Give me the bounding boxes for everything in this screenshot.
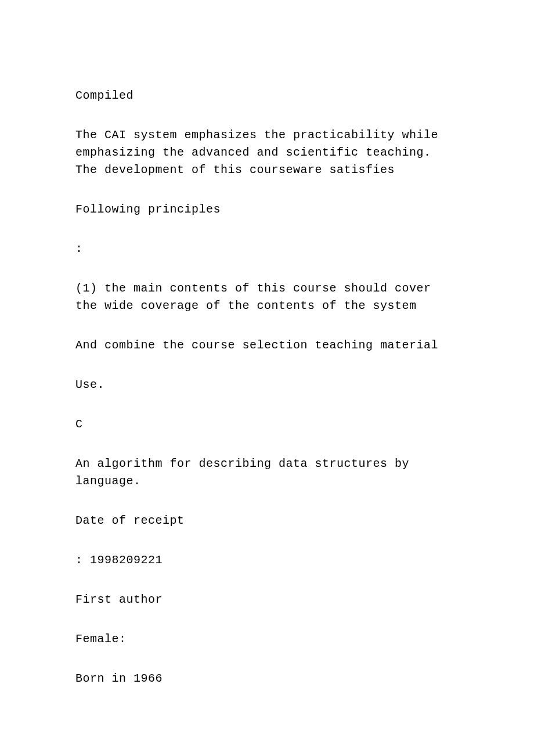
paragraph: Date of receipt bbox=[75, 512, 459, 530]
paragraph: And combine the course selection teachin… bbox=[75, 337, 459, 354]
paragraph: (1) the main contents of this course sho… bbox=[75, 280, 459, 315]
paragraph: An algorithm for describing data structu… bbox=[75, 455, 459, 490]
paragraph: First author bbox=[75, 591, 459, 609]
paragraph: Use. bbox=[75, 376, 459, 394]
paragraph: : bbox=[75, 240, 459, 258]
paragraph: Compiled bbox=[75, 87, 459, 105]
paragraph: Born in 1966 bbox=[75, 670, 459, 687]
paragraph: The CAI system emphasizes the practicabi… bbox=[75, 127, 459, 179]
paragraph: Female: bbox=[75, 631, 459, 648]
paragraph: C bbox=[75, 416, 459, 433]
paragraph: : 1998209221 bbox=[75, 552, 459, 569]
paragraph: Following principles bbox=[75, 201, 459, 218]
